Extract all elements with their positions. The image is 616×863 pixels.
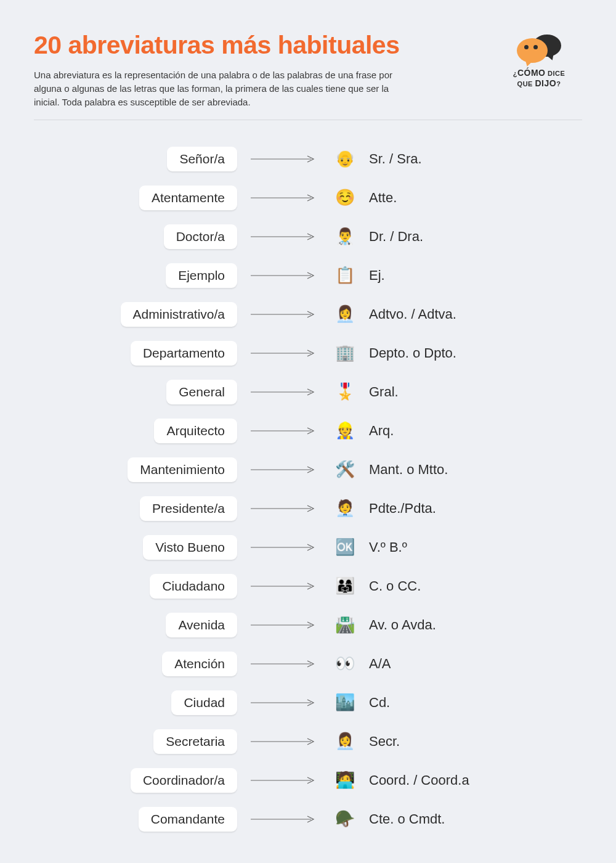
arrow-icon <box>249 465 317 475</box>
abbreviation-text: Atte. <box>360 190 564 206</box>
arrow-icon <box>249 348 317 358</box>
row-emoji-icon: 🛣️ <box>330 615 360 634</box>
header-text: 20 abreviaturas más habituales Una abrev… <box>34 31 496 108</box>
full-word: Comandante <box>139 807 237 832</box>
abbreviation-row: Ciudad🏙️Cd. <box>52 685 564 719</box>
abbreviation-text: Depto. o Dpto. <box>360 345 564 361</box>
full-word: Atentamente <box>139 186 237 210</box>
row-emoji-icon: 📋 <box>330 266 360 285</box>
full-word: Ejemplo <box>166 263 237 288</box>
abbreviation-row: Visto Bueno🆗V.º B.º <box>52 530 564 564</box>
full-word: Departamento <box>131 341 237 366</box>
arrow-icon <box>249 581 317 591</box>
full-word: Presidente/a <box>140 496 237 521</box>
full-word: Arquitecto <box>154 419 237 443</box>
arrow-icon <box>249 193 317 203</box>
abbreviation-text: Cte. o Cmdt. <box>360 811 564 827</box>
full-word: Visto Bueno <box>143 535 237 560</box>
arrow-icon <box>249 775 317 785</box>
row-emoji-icon: 👩‍💼 <box>330 305 360 324</box>
row-emoji-icon: 🆗 <box>330 538 360 557</box>
abbreviation-row: Ciudadano👨‍👩‍👧C. o CC. <box>52 569 564 603</box>
abbreviation-row: Presidente/a🧑‍💼Pdte./Pdta. <box>52 491 564 525</box>
full-word: Secretaria <box>153 729 237 754</box>
abbreviation-row: Atención👀A/A <box>52 647 564 681</box>
abbreviation-text: Cd. <box>360 695 564 711</box>
abbreviation-text: Av. o Avda. <box>360 617 564 633</box>
full-word: Señor/a <box>167 147 237 171</box>
abbreviation-row: Coordinador/a🧑‍💻Coord. / Coord.a <box>52 763 564 797</box>
full-word: Administrativo/a <box>121 302 237 327</box>
row-emoji-icon: 🪖 <box>330 809 360 828</box>
abbreviation-row: Doctor/a👨‍⚕️Dr. / Dra. <box>52 219 564 253</box>
arrow-icon <box>249 387 317 397</box>
row-emoji-icon: 🧑‍💻 <box>330 771 360 790</box>
abbreviation-row: Atentamente☺️Atte. <box>52 181 564 215</box>
arrow-icon <box>249 814 317 824</box>
abbreviation-row: Arquitecto👷Arq. <box>52 414 564 448</box>
row-emoji-icon: 👨‍👩‍👧 <box>330 576 360 595</box>
abbreviation-row: Departamento🏢Depto. o Dpto. <box>52 336 564 370</box>
abbreviation-text: Ej. <box>360 268 564 284</box>
full-word: Ciudadano <box>150 574 237 599</box>
abbreviation-row: Señor/a👴Sr. / Sra. <box>52 142 564 176</box>
arrow-icon <box>249 698 317 708</box>
row-emoji-icon: 🛠️ <box>330 460 360 479</box>
full-word: Coordinador/a <box>131 768 237 793</box>
arrow-icon <box>249 309 317 319</box>
row-emoji-icon: 👷 <box>330 421 360 440</box>
logo-text: ¿CÓMO DICE QUE DIJO? <box>513 68 565 89</box>
footer-url: WWW.COMODICEQUEDIJO.COM <box>34 861 582 863</box>
full-word: Avenida <box>166 613 237 637</box>
brand-logo: ¿CÓMO DICE QUE DIJO? <box>496 31 582 89</box>
row-emoji-icon: 🎖️ <box>330 382 360 401</box>
abbreviation-row: Comandante🪖Cte. o Cmdt. <box>52 802 564 836</box>
arrow-icon <box>249 659 317 669</box>
full-word: Atención <box>162 652 237 676</box>
abbreviation-text: C. o CC. <box>360 578 564 594</box>
abbreviations-list: Señor/a👴Sr. / Sra.Atentamente☺️Atte.Doct… <box>34 142 582 836</box>
abbreviation-text: Adtvo. / Adtva. <box>360 306 564 322</box>
abbreviation-text: Coord. / Coord.a <box>360 772 564 788</box>
page-title: 20 abreviaturas más habituales <box>34 31 496 60</box>
abbreviation-text: Gral. <box>360 384 564 400</box>
abbreviation-text: Secr. <box>360 734 564 750</box>
abbreviation-text: Sr. / Sra. <box>360 151 564 167</box>
row-emoji-icon: 👴 <box>330 149 360 168</box>
abbreviation-text: Pdte./Pdta. <box>360 501 564 517</box>
abbreviation-text: V.º B.º <box>360 539 564 555</box>
page-subtitle: Una abreviatura es la representación de … <box>34 68 410 108</box>
row-emoji-icon: 👩‍💼 <box>330 732 360 751</box>
full-word: Mantenimiento <box>128 457 237 482</box>
arrow-icon <box>249 232 317 242</box>
row-emoji-icon: 👨‍⚕️ <box>330 227 360 246</box>
arrow-icon <box>249 154 317 164</box>
abbreviation-text: Arq. <box>360 423 564 439</box>
abbreviation-row: Mantenimiento🛠️Mant. o Mtto. <box>52 452 564 486</box>
header: 20 abreviaturas más habituales Una abrev… <box>34 31 582 120</box>
row-emoji-icon: 👀 <box>330 654 360 673</box>
full-word: General <box>166 380 237 404</box>
abbreviation-row: Ejemplo📋Ej. <box>52 258 564 292</box>
arrow-icon <box>249 271 317 280</box>
arrow-icon <box>249 737 317 746</box>
arrow-icon <box>249 620 317 630</box>
full-word: Ciudad <box>171 690 237 715</box>
row-emoji-icon: 🏢 <box>330 343 360 362</box>
abbreviation-text: A/A <box>360 656 564 672</box>
arrow-icon <box>249 426 317 436</box>
abbreviation-text: Mant. o Mtto. <box>360 462 564 478</box>
arrow-icon <box>249 504 317 513</box>
abbreviation-text: Dr. / Dra. <box>360 229 564 245</box>
row-emoji-icon: 🧑‍💼 <box>330 499 360 518</box>
row-emoji-icon: 🏙️ <box>330 693 360 712</box>
row-emoji-icon: ☺️ <box>330 188 360 207</box>
arrow-icon <box>249 542 317 552</box>
logo-bubbles-icon <box>517 35 561 65</box>
abbreviation-row: Secretaria👩‍💼Secr. <box>52 724 564 758</box>
abbreviation-row: Avenida🛣️Av. o Avda. <box>52 608 564 642</box>
abbreviation-row: Administrativo/a👩‍💼Adtvo. / Adtva. <box>52 297 564 331</box>
full-word: Doctor/a <box>164 224 237 249</box>
abbreviation-row: General🎖️Gral. <box>52 375 564 409</box>
